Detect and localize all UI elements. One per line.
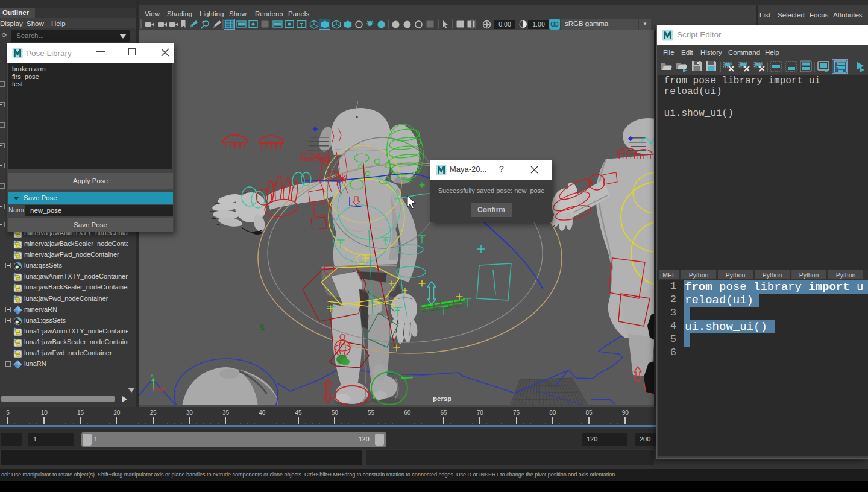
svg-text:2: 2 [836,66,838,70]
svg-text:persp: persp [433,395,451,402]
svg-text:T: T [300,22,303,28]
svg-text:1: 1 [836,62,838,66]
svg-text:5: 5 [259,323,265,332]
svg-text:y: y [151,372,153,377]
